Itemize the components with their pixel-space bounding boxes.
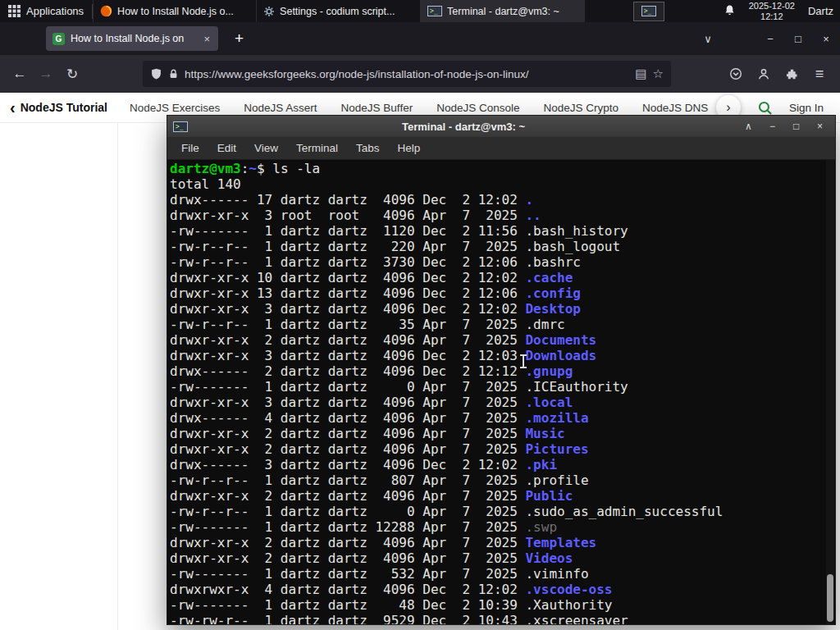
site-back-label: NodeJS Tutorial [21, 101, 107, 114]
terminal-line: -rw-r--r-- 1 dartz dartz 220 Apr 7 2025 … [170, 239, 835, 254]
terminal-line: drwxr-xr-x 3 root root 4096 Apr 7 2025 .… [170, 208, 835, 223]
site-back-link[interactable]: ‹ NodeJS Tutorial [0, 99, 107, 116]
tracking-shield-icon[interactable] [150, 67, 162, 80]
terminal-line: -rw------- 1 dartz dartz 48 Dec 2 10:39 … [170, 597, 835, 613]
new-tab-button[interactable]: + [230, 30, 249, 48]
terminal-line: -rw------- 1 dartz dartz 1120 Dec 2 11:5… [170, 223, 835, 239]
applications-grid-icon [8, 5, 21, 17]
terminal-line: -rw-rw-r-- 1 dartz dartz 9529 Dec 2 10:4… [170, 613, 835, 624]
terminal-glyph-icon: >_ [641, 6, 656, 16]
terminal-icon: >_ [427, 6, 442, 16]
pocket-icon[interactable] [722, 62, 750, 86]
notification-bell-icon[interactable] [724, 4, 736, 19]
terminal-line: drwxr-xr-x 2 dartz dartz 4096 Apr 7 2025… [170, 332, 835, 348]
page-sidebar-divider [117, 123, 118, 630]
site-nav-item[interactable]: NodeJS Crypto [543, 102, 619, 114]
url-bar[interactable]: https://www.geeksforgeeks.org/node-js/in… [143, 61, 671, 87]
clock-date: 2025-12-02 [749, 1, 795, 11]
tray-terminal-icon[interactable]: >_ [633, 2, 664, 21]
terminal-line: drwxr-xr-x 13 dartz dartz 4096 Dec 2 12:… [170, 285, 835, 301]
terminal-scrollbar[interactable] [826, 160, 834, 624]
browser-nav-toolbar: ← → ↻ https://www.geeksforgeeks.org/node… [0, 55, 840, 93]
terminal-titlebar[interactable]: >_ Terminal - dartz@vm3: ~ ∧ − □ × [167, 116, 835, 137]
tab-title: How to Install Node.js on [71, 33, 196, 44]
terminal-scrollbar-thumb[interactable] [827, 574, 833, 622]
terminal-line: drwxrwxr-x 4 dartz dartz 4096 Dec 2 12:0… [170, 582, 835, 597]
chevron-left-icon: ‹ [10, 99, 16, 116]
menu-hamburger-icon[interactable]: ≡ [806, 62, 833, 86]
sign-in-button[interactable]: Sign In [789, 102, 824, 114]
terminal-line: -rw------- 1 dartz dartz 12288 Apr 7 202… [170, 519, 835, 535]
account-icon[interactable] [750, 62, 778, 86]
browser-tab[interactable]: G How to Install Node.js on × [46, 26, 218, 51]
terminal-line: -rw------- 1 dartz dartz 532 Apr 7 2025 … [170, 566, 835, 582]
terminal-line: -rw-r--r-- 1 dartz dartz 35 Apr 7 2025 .… [170, 317, 835, 332]
site-nav-item[interactable]: NodeJS DNS [642, 102, 708, 114]
panel-right-area: >_ 2025-12-02 12:12 Dartz [633, 0, 840, 22]
back-button[interactable]: ← [7, 62, 33, 86]
terminal-minimize-button[interactable]: − [763, 121, 782, 132]
firefox-icon [100, 5, 112, 17]
terminal-line: drwxr-xr-x 2 dartz dartz 4096 Apr 7 2025… [170, 535, 835, 550]
terminal-line: -rw-r--r-- 1 dartz dartz 3730 Dec 2 12:0… [170, 254, 835, 270]
taskbar-button-label: How to Install Node.js o... [117, 6, 234, 17]
terminal-menu-tabs[interactable]: Tabs [348, 139, 388, 157]
terminal-menu-view[interactable]: View [246, 139, 286, 157]
terminal-line: drwxr-xr-x 2 dartz dartz 4096 Apr 7 2025… [170, 426, 835, 441]
terminal-menu-file[interactable]: File [173, 139, 208, 157]
terminal-line: -rw-r--r-- 1 dartz dartz 0 Apr 7 2025 .s… [170, 504, 835, 519]
browser-close-button[interactable]: × [812, 33, 840, 45]
terminal-shade-button[interactable]: ∧ [739, 121, 758, 132]
terminal-close-button[interactable]: × [810, 121, 829, 132]
terminal-output: dartz@vm3:~$ ls -latotal 140drwx------ 1… [170, 161, 835, 624]
reader-mode-icon[interactable]: ▤ [635, 66, 646, 81]
terminal-line: drwx------ 17 dartz dartz 4096 Dec 2 12:… [170, 192, 835, 208]
taskbar-button-settings[interactable]: Settings - codium script... [257, 0, 421, 22]
settings-icon [263, 6, 275, 17]
lock-icon[interactable] [168, 68, 179, 80]
site-nav-item[interactable]: NodeJS Buffer [341, 102, 413, 114]
site-nav-item[interactable]: NodeJS Console [436, 102, 519, 114]
terminal-line: drwx------ 2 dartz dartz 4096 Dec 2 12:1… [170, 363, 835, 379]
taskbar-button-label: Settings - codium script... [280, 6, 395, 17]
list-tabs-icon[interactable]: ∨ [694, 33, 722, 45]
taskbar-button-firefox[interactable]: How to Install Node.js o... [93, 0, 257, 22]
panel-clock[interactable]: 2025-12-02 12:12 [749, 1, 795, 21]
taskbar-button-label: Terminal - dartz@vm3: ~ [447, 6, 559, 17]
terminal-line: total 140 [170, 176, 835, 192]
site-nav-item[interactable]: NodeJS Exercises [130, 102, 220, 114]
reload-button[interactable]: ↻ [59, 62, 85, 86]
terminal-maximize-button[interactable]: □ [787, 121, 806, 132]
extensions-icon[interactable] [778, 62, 806, 86]
terminal-line: drwxr-xr-x 10 dartz dartz 4096 Dec 2 12:… [170, 270, 835, 285]
terminal-menu-edit[interactable]: Edit [209, 139, 244, 157]
site-favicon: G [52, 33, 65, 45]
browser-window-controls: ∨ − □ × [694, 33, 840, 45]
terminal-app-icon: >_ [173, 121, 188, 132]
toolbar-right-icons: ≡ [722, 62, 833, 86]
site-nav-item[interactable]: NodeJS Assert [244, 102, 317, 114]
forward-button[interactable]: → [33, 62, 59, 86]
taskbar-button-terminal[interactable]: >_Terminal - dartz@vm3: ~ [421, 0, 585, 22]
site-search-button[interactable] [757, 100, 773, 116]
browser-maximize-button[interactable]: □ [784, 33, 812, 45]
terminal-menu-help[interactable]: Help [390, 139, 429, 157]
terminal-line: drwxr-xr-x 2 dartz dartz 4096 Apr 7 2025… [170, 488, 835, 504]
top-panel: Applications How to Install Node.js o...… [0, 0, 840, 22]
terminal-line: drwxr-xr-x 2 dartz dartz 4096 Apr 7 2025… [170, 441, 835, 457]
clock-time: 12:12 [749, 11, 795, 22]
terminal-content[interactable]: dartz@vm3:~$ ls -latotal 140drwx------ 1… [167, 160, 835, 624]
chevron-right-icon: › [726, 100, 730, 115]
bookmark-star-icon[interactable]: ☆ [653, 66, 664, 81]
applications-menu-button[interactable]: Applications [0, 0, 92, 22]
url-text[interactable]: https://www.geeksforgeeks.org/node-js/in… [185, 68, 629, 80]
browser-minimize-button[interactable]: − [756, 33, 784, 45]
terminal-line: drwx------ 3 dartz dartz 4096 Dec 2 12:0… [170, 457, 835, 472]
terminal-menu-terminal[interactable]: Terminal [288, 139, 346, 157]
terminal-window[interactable]: >_ Terminal - dartz@vm3: ~ ∧ − □ × FileE… [167, 115, 836, 625]
terminal-line: drwxr-xr-x 3 dartz dartz 4096 Dec 2 12:0… [170, 348, 835, 363]
tab-close-icon[interactable]: × [202, 33, 212, 45]
taskbar: How to Install Node.js o...Settings - co… [93, 0, 585, 22]
browser-tab-bar: G How to Install Node.js on × + ∨ − □ × [0, 22, 840, 55]
panel-user-label: Dartz [808, 5, 833, 17]
